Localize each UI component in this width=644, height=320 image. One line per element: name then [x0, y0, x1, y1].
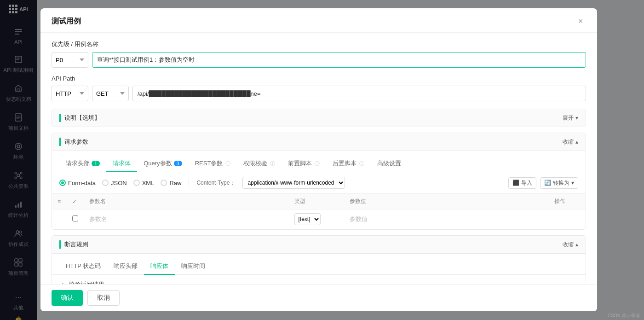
api-path-input[interactable]	[132, 86, 586, 101]
row-checkbox[interactable]	[67, 209, 84, 229]
tab-post-script[interactable]: 后置脚本 ⓘ	[326, 156, 371, 172]
api-path-label: API Path	[52, 75, 586, 82]
type-select[interactable]: [text] [file]	[294, 213, 321, 225]
rest-info-icon: ⓘ	[225, 160, 230, 167]
content-type-label: Content-Type：	[196, 179, 235, 187]
dialog: 测试用例 × 优先级 / 用例名称 P0P1P2P3 API Path HTTP…	[40, 8, 597, 311]
convert-button[interactable]: 🔄 转换为 ▾	[540, 177, 578, 189]
assert-tab-response-body[interactable]: 响应体	[144, 258, 175, 275]
assert-section-title: 断言规则	[59, 240, 88, 249]
watermark: CSDN @小蒂菲	[608, 313, 640, 319]
tab-pre-label: 前置脚本	[288, 159, 312, 168]
priority-name-section: 优先级 / 用例名称 P0P1P2P3	[52, 40, 586, 68]
tab-rest-params[interactable]: REST参数 ⓘ	[189, 156, 237, 172]
api-path-section: API Path HTTPHTTPS GETPOSTPUTDELETE	[52, 75, 586, 101]
tab-header-badge: 1	[92, 161, 100, 166]
row-type-cell: [text] [file]	[289, 209, 344, 229]
table-row: 参数名 [text] [file] 参数值	[52, 209, 586, 229]
chevron-assert-icon: ▴	[575, 241, 578, 248]
row-param-name-cell[interactable]: 参数名	[84, 209, 289, 229]
param-value-placeholder: 参数值	[350, 215, 368, 222]
assert-check-row: ✓ 校验返回结果	[59, 280, 578, 284]
assert-section-header: 断言规则 收缩 ▴	[52, 236, 586, 254]
assert-tab-http-label: HTTP 状态码	[66, 262, 101, 269]
row-sort-handle	[52, 209, 67, 229]
request-section-header: 请求参数 收缩 ▴	[52, 133, 586, 151]
content-type-select[interactable]: application/x-www-form-urlencoded multip…	[242, 177, 345, 189]
assert-toggle-label: 收缩	[563, 241, 574, 249]
col-param-name: 参数名	[84, 194, 289, 209]
priority-name-label: 优先级 / 用例名称	[52, 40, 586, 48]
chevron-down-icon: ▾	[575, 115, 578, 121]
col-check: ✓	[67, 194, 84, 209]
tab-pre-script[interactable]: 前置脚本 ⓘ	[282, 156, 326, 172]
description-section: 说明【选填】 展开 ▾	[52, 109, 586, 127]
dialog-body: 优先级 / 用例名称 P0P1P2P3 API Path HTTPHTTPS G…	[40, 33, 597, 284]
radio-form-data-label: Form-data	[68, 180, 96, 186]
assert-tab-body-label: 响应体	[150, 262, 168, 269]
tab-body-label: 请求体	[113, 159, 131, 168]
assert-body: ✓ 校验返回结果	[52, 275, 586, 284]
priority-row: P0P1P2P3	[52, 52, 586, 68]
radio-raw-label: Raw	[169, 180, 181, 186]
assert-toggle[interactable]: 收缩 ▴	[563, 241, 578, 249]
tab-header-label: 请求头部	[66, 159, 90, 168]
cancel-button[interactable]: 取消	[87, 290, 120, 306]
chevron-up-icon: ▴	[575, 139, 578, 145]
col-type: 类型	[289, 194, 344, 209]
row-check-input[interactable]	[72, 215, 78, 221]
dialog-close-button[interactable]: ×	[575, 16, 586, 27]
dialog-header: 测试用例 ×	[40, 8, 597, 33]
request-tabs-row: 请求头部 1 请求体 Query参数 3 REST参数 ⓘ 权限校验 ⓘ	[52, 151, 586, 172]
radio-xml[interactable]: XML	[133, 180, 155, 186]
pre-script-info-icon: ⓘ	[315, 160, 320, 167]
col-param-value: 参数值	[344, 194, 549, 209]
request-toggle-label: 收缩	[563, 138, 574, 146]
tab-advanced[interactable]: 高级设置	[371, 156, 408, 172]
protocol-select[interactable]: HTTPHTTPS	[52, 86, 88, 101]
tab-query-params[interactable]: Query参数 3	[137, 156, 189, 172]
request-toggle[interactable]: 收缩 ▴	[563, 138, 578, 146]
api-path-row: HTTPHTTPS GETPOSTPUTDELETE	[52, 86, 586, 101]
params-table: ≡ ✓ 参数名 类型 参数值 操作 参	[52, 194, 586, 229]
body-type-radio-group: Form-data JSON XML Raw	[59, 180, 181, 186]
import-button[interactable]: ⬛ 导入	[508, 177, 536, 189]
radio-json[interactable]: JSON	[102, 180, 127, 186]
assert-tabs: HTTP 状态码 响应头部 响应体 响应时间	[52, 254, 586, 275]
radio-form-data[interactable]: Form-data	[59, 180, 96, 186]
request-section: 请求参数 收缩 ▴ 请求头部 1 请求体 Query参数 3	[52, 133, 586, 230]
radio-raw-circle	[161, 180, 167, 186]
description-toggle-label: 展开	[563, 114, 574, 122]
param-name-placeholder: 参数名	[89, 215, 107, 222]
tab-request-header[interactable]: 请求头部 1	[59, 156, 106, 172]
toolbar-divider	[189, 179, 189, 187]
check-icon: ✓	[59, 281, 65, 284]
assert-tab-header-label: 响应头部	[114, 262, 138, 269]
case-name-input[interactable]	[92, 52, 586, 68]
radio-json-circle	[102, 180, 109, 186]
tab-request-body[interactable]: 请求体	[106, 156, 137, 172]
col-action: 操作	[549, 194, 586, 209]
tab-auth-label: 权限校验	[243, 159, 267, 168]
radio-raw[interactable]: Raw	[161, 180, 181, 186]
assert-tab-response-time[interactable]: 响应时间	[175, 258, 212, 275]
col-sort: ≡	[52, 194, 67, 209]
tab-auth[interactable]: 权限校验 ⓘ	[237, 156, 282, 172]
row-param-value-cell[interactable]: 参数值	[344, 209, 549, 229]
description-section-title: 说明【选填】	[59, 114, 100, 122]
tab-query-label: Query参数	[144, 159, 172, 168]
description-toggle[interactable]: 展开 ▾	[563, 114, 578, 122]
dialog-title: 测试用例	[52, 17, 81, 26]
tab-post-label: 后置脚本	[333, 159, 356, 168]
method-select[interactable]: GETPOSTPUTDELETE	[92, 86, 129, 101]
radio-xml-circle	[133, 180, 140, 186]
description-section-header: 说明【选填】 展开 ▾	[52, 109, 586, 127]
confirm-button[interactable]: 确认	[52, 290, 83, 306]
priority-select[interactable]: P0P1P2P3	[52, 52, 88, 68]
tab-query-badge: 3	[174, 161, 182, 166]
convert-icon: 🔄	[544, 180, 551, 186]
row-action-cell	[549, 209, 586, 229]
assert-tab-http-status[interactable]: HTTP 状态码	[59, 258, 107, 275]
tab-advanced-label: 高级设置	[377, 159, 401, 168]
assert-tab-response-header[interactable]: 响应头部	[107, 258, 144, 275]
